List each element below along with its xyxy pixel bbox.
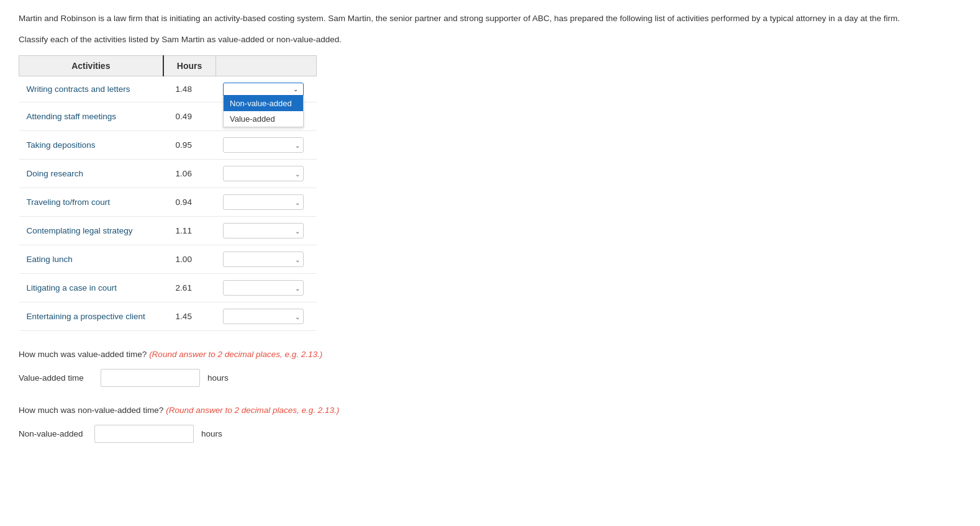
- non-value-added-question: How much was non-value-added time? (Roun…: [19, 406, 961, 415]
- dropdown-option[interactable]: Non-value-added: [224, 96, 303, 111]
- dropdown-trigger[interactable]: ⌄: [223, 83, 304, 96]
- activity-name: Doing research: [19, 160, 163, 188]
- activity-name: Taking depositions: [19, 131, 163, 160]
- table-row: Eating lunch1.00Non-value-addedValue-add…: [19, 245, 317, 274]
- activity-select[interactable]: Non-value-addedValue-added: [223, 166, 304, 181]
- activity-dropdown-cell: Non-value-addedValue-added⌄: [216, 160, 317, 188]
- activity-dropdown-cell: Non-value-addedValue-added⌄: [216, 131, 317, 160]
- value-added-label: Value-added time: [19, 373, 93, 383]
- activity-hours: 1.06: [163, 160, 216, 188]
- non-value-added-answer-row: Non-value-added hours: [19, 425, 961, 443]
- activity-select[interactable]: Non-value-addedValue-added: [223, 252, 304, 267]
- non-value-added-round-note: (Round answer to 2 decimal places, e.g. …: [166, 406, 339, 415]
- dropdown-wrapper: Non-value-addedValue-added⌄: [223, 137, 304, 153]
- dropdown-list: Non-value-addedValue-added: [223, 96, 304, 127]
- activity-select[interactable]: Non-value-addedValue-added: [223, 223, 304, 238]
- activity-name: Writing contracts and letters: [19, 76, 163, 102]
- activity-dropdown-cell: Non-value-addedValue-added⌄: [216, 217, 317, 245]
- activity-select[interactable]: Non-value-addedValue-added: [223, 280, 304, 296]
- non-value-added-unit: hours: [201, 429, 222, 438]
- activity-name: Attending staff meetings: [19, 102, 163, 131]
- value-added-question-section: How much was value-added time? (Round an…: [19, 350, 961, 387]
- value-added-round-note: (Round answer to 2 decimal places, e.g. …: [149, 350, 322, 359]
- table-row: Litigating a case in court2.61Non-value-…: [19, 274, 317, 302]
- value-added-answer-row: Value-added time hours: [19, 369, 961, 387]
- dropdown-wrapper: Non-value-addedValue-added⌄: [223, 252, 304, 267]
- dropdown-wrapper: Non-value-addedValue-added⌄: [223, 280, 304, 296]
- dropdown-wrapper: Non-value-addedValue-added⌄: [223, 166, 304, 181]
- dropdown-open-wrapper: ⌄Non-value-addedValue-added: [223, 83, 304, 96]
- activity-hours: 1.45: [163, 302, 216, 331]
- activity-dropdown-cell: Non-value-addedValue-added⌄: [216, 245, 317, 274]
- activity-name: Eating lunch: [19, 245, 163, 274]
- dropdown-option[interactable]: Value-added: [224, 111, 303, 127]
- intro-text: Martin and Robinson is a law firm that i…: [19, 12, 961, 25]
- table-row: Traveling to/from court0.94Non-value-add…: [19, 188, 317, 217]
- activity-hours: 0.94: [163, 188, 216, 217]
- table-row: Contemplating legal strategy1.11Non-valu…: [19, 217, 317, 245]
- non-value-added-question-section: How much was non-value-added time? (Roun…: [19, 406, 961, 443]
- activity-hours: 1.48: [163, 76, 216, 102]
- table-row: Writing contracts and letters1.48⌄Non-va…: [19, 76, 317, 102]
- activity-hours: 0.49: [163, 102, 216, 131]
- dropdown-wrapper: Non-value-addedValue-added⌄: [223, 194, 304, 210]
- table-row: Taking depositions0.95Non-value-addedVal…: [19, 131, 317, 160]
- table-row: Entertaining a prospective client1.45Non…: [19, 302, 317, 331]
- activity-name: Contemplating legal strategy: [19, 217, 163, 245]
- table-row: Doing research1.06Non-value-addedValue-a…: [19, 160, 317, 188]
- activity-name: Litigating a case in court: [19, 274, 163, 302]
- non-value-added-label: Non-value-added: [19, 429, 87, 438]
- activity-dropdown-cell: ⌄Non-value-addedValue-added: [216, 76, 317, 102]
- activity-dropdown-cell: Non-value-addedValue-added⌄: [216, 274, 317, 302]
- activity-select[interactable]: Non-value-addedValue-added: [223, 309, 304, 324]
- activity-name: Traveling to/from court: [19, 188, 163, 217]
- col-hours: Hours: [163, 56, 216, 76]
- activity-hours: 1.11: [163, 217, 216, 245]
- activity-hours: 0.95: [163, 131, 216, 160]
- activity-hours: 1.00: [163, 245, 216, 274]
- activity-select[interactable]: Non-value-addedValue-added: [223, 194, 304, 210]
- value-added-input[interactable]: [101, 369, 200, 387]
- activity-dropdown-cell: Non-value-addedValue-added⌄: [216, 188, 317, 217]
- value-added-question: How much was value-added time? (Round an…: [19, 350, 961, 359]
- classify-text: Classify each of the activities listed b…: [19, 35, 961, 44]
- value-added-unit: hours: [207, 373, 229, 383]
- dropdown-wrapper: Non-value-addedValue-added⌄: [223, 223, 304, 238]
- col-activities: Activities: [19, 56, 163, 76]
- activity-hours: 2.61: [163, 274, 216, 302]
- activity-name: Entertaining a prospective client: [19, 302, 163, 331]
- col-classification: [216, 56, 317, 76]
- activities-table: Activities Hours Writing contracts and l…: [19, 55, 317, 331]
- activity-select[interactable]: Non-value-addedValue-added: [223, 137, 304, 153]
- non-value-added-input[interactable]: [94, 425, 194, 443]
- dropdown-wrapper: Non-value-addedValue-added⌄: [223, 309, 304, 324]
- activity-dropdown-cell: Non-value-addedValue-added⌄: [216, 302, 317, 331]
